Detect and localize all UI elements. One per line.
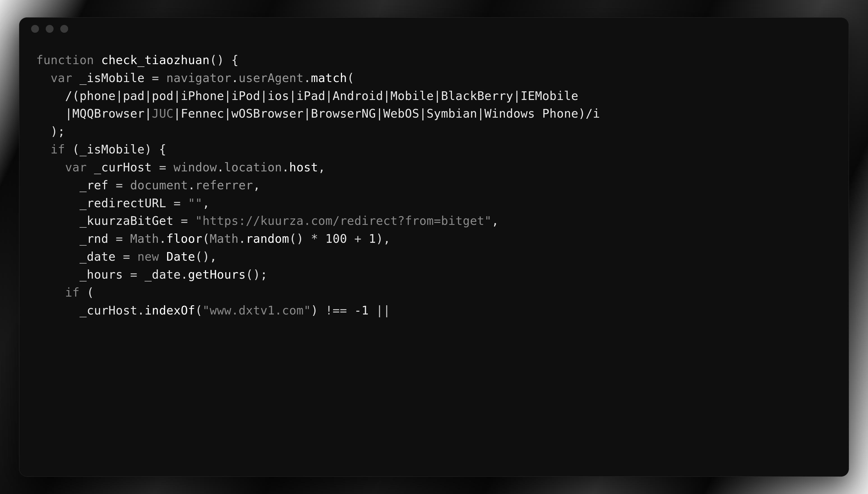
regex-literal: /(phone|pad|pod|iPhone|iPod|ios|iPad|And…	[65, 89, 578, 103]
regex-literal: JUC	[152, 107, 174, 120]
identifier: _isMobile	[79, 71, 145, 85]
number-literal: 100	[325, 232, 347, 246]
identifier: _curHost	[94, 160, 152, 174]
method-random: random	[246, 232, 289, 246]
identifier: _rnd	[79, 232, 109, 246]
close-icon[interactable]	[31, 25, 39, 33]
identifier: _isMobile	[79, 142, 145, 156]
identifier: _redirectURL	[79, 196, 166, 210]
keyword-new: new	[138, 250, 159, 264]
prop-host: host	[289, 160, 318, 174]
identifier: _kuurzaBitGet	[79, 214, 174, 228]
object-navigator: navigator	[166, 71, 231, 85]
keyword-function: function	[36, 53, 94, 67]
number-literal: 1	[369, 232, 376, 246]
minimize-icon[interactable]	[46, 25, 54, 33]
prop-useragent: userAgent	[239, 71, 304, 85]
code-block[interactable]: function check_tiaozhuan() { var _isMobi…	[36, 51, 832, 319]
method-floor: floor	[166, 232, 202, 246]
maximize-icon[interactable]	[60, 25, 68, 33]
identifier: _date	[79, 250, 116, 264]
number-literal: -1	[355, 304, 369, 317]
object-math: Math	[130, 232, 159, 246]
prop-referrer: referrer	[195, 178, 253, 192]
regex-literal: |MQQBrowser|	[65, 107, 152, 120]
string-literal: ""	[188, 196, 203, 210]
keyword-var: var	[51, 71, 72, 85]
identifier: _date	[145, 268, 181, 282]
string-literal: "www.dxtv1.com"	[202, 304, 311, 317]
identifier: _ref	[79, 178, 109, 192]
keyword-if: if	[51, 142, 65, 156]
title-bar	[19, 18, 849, 40]
prop-location: location	[224, 160, 282, 174]
method-indexof: indexOf	[145, 304, 195, 317]
method-match: match	[311, 71, 347, 85]
identifier: _curHost	[79, 304, 138, 317]
keyword-var: var	[65, 160, 87, 174]
editor-window: function check_tiaozhuan() { var _isMobi…	[19, 17, 849, 477]
identifier: _hours	[79, 268, 123, 282]
class-date: Date	[166, 250, 195, 264]
string-literal: "https://kuurza.com/redirect?from=bitget…	[195, 214, 491, 228]
code-area: function check_tiaozhuan() { var _isMobi…	[19, 40, 849, 476]
object-math: Math	[210, 232, 239, 246]
method-gethours: getHours	[188, 268, 246, 282]
object-window: window	[174, 160, 217, 174]
regex-literal: |Fennec|wOSBrowser|BrowserNG|WebOS|Symbi…	[174, 107, 600, 120]
object-document: document	[130, 178, 188, 192]
keyword-if: if	[65, 286, 79, 299]
function-name: check_tiaozhuan	[101, 53, 210, 67]
